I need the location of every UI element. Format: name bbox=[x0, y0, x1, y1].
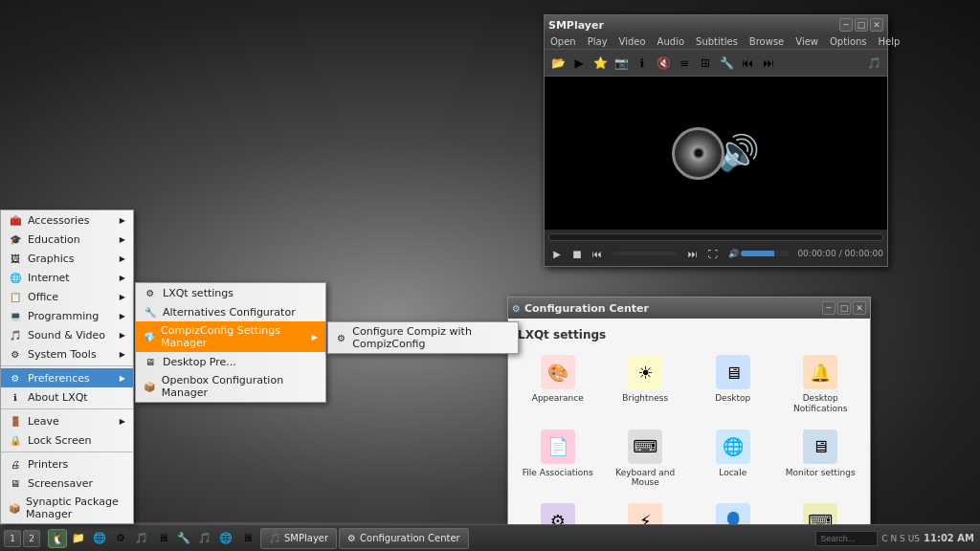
taskbar-menu-btn[interactable]: 🐧 bbox=[48, 529, 67, 548]
menu-item-education[interactable]: 🎓 Education ▶ bbox=[1, 230, 133, 249]
menu-item-system-tools[interactable]: ⚙ System Tools ▶ bbox=[1, 344, 133, 364]
graphics-label: Graphics bbox=[28, 253, 75, 265]
lxqt-settings-label: LXQt settings bbox=[163, 287, 234, 299]
prev-btn[interactable]: ⏮ bbox=[589, 245, 606, 262]
taskbar-browser-icon[interactable]: 🌐 bbox=[90, 529, 109, 548]
toolbar-play-icon[interactable]: ▶ bbox=[569, 54, 589, 73]
toolbar-settings-icon[interactable]: 🔧 bbox=[717, 54, 736, 73]
menu-item-graphics[interactable]: 🖼 Graphics ▶ bbox=[1, 249, 133, 268]
smplayer-close-btn[interactable]: ✕ bbox=[870, 18, 883, 32]
taskbar-terminal-icon[interactable]: 🖥 bbox=[153, 529, 172, 548]
menu-separator-3 bbox=[1, 452, 133, 452]
submenu-desktop-pre[interactable]: 🖥 Desktop Pre... bbox=[136, 352, 325, 371]
toolbar-prev-icon[interactable]: ⏮ bbox=[738, 54, 757, 73]
menu-item-synaptic[interactable]: 📦 Synaptic Package Manager bbox=[1, 493, 133, 523]
configure-compiz-label: Configure Compiz with CompizConfig bbox=[352, 325, 510, 350]
smplayer-maximize-btn[interactable]: □ bbox=[855, 18, 868, 32]
smplayer-menu-subtitles[interactable]: Subtitles bbox=[694, 35, 740, 48]
toolbar-more-icon[interactable]: 🎵 bbox=[864, 54, 883, 73]
notifications-label: Desktop Notifications bbox=[785, 393, 858, 414]
workspace-2-btn[interactable]: 2 bbox=[23, 530, 40, 547]
config-close-btn[interactable]: ✕ bbox=[853, 301, 866, 315]
app-menu: 🧰 Accessories ▶ 🎓 Education ▶ 🖼 Graphics… bbox=[0, 209, 134, 524]
config-item-brightness[interactable]: ☀ Brightness bbox=[606, 351, 686, 418]
stop-btn[interactable]: ■ bbox=[568, 245, 586, 262]
volume-slider[interactable] bbox=[741, 251, 789, 256]
submenu-alternatives[interactable]: 🔧 Alternatives Configurator bbox=[136, 302, 325, 321]
smplayer-controls: ▶ ■ ⏮ ⏭ ⛶ 🔊 00:00:00 / 00:00:00 bbox=[545, 230, 887, 266]
config-item-monitor[interactable]: 🖥 Monitor settings bbox=[781, 426, 861, 493]
menu-item-sound-video[interactable]: 🎵 Sound & Video ▶ bbox=[1, 325, 133, 344]
taskbar-music-icon[interactable]: 🎵 bbox=[195, 529, 214, 548]
about-icon: ℹ bbox=[9, 390, 22, 404]
config-item-notifications[interactable]: 🔔 Desktop Notifications bbox=[781, 351, 861, 418]
config-taskbar-label: Configuration Center bbox=[360, 533, 460, 543]
toolbar-grid-icon[interactable]: ⊞ bbox=[696, 54, 715, 73]
menu-item-internet[interactable]: 🌐 Internet ▶ bbox=[1, 268, 133, 287]
submenu-openbox-config[interactable]: 📦 Openbox Configuration Manager bbox=[136, 371, 325, 402]
leave-icon: 🚪 bbox=[9, 414, 22, 428]
taskbar: 1 2 🐧 📁 🌐 ⚙ 🎵 🖥 🔧 🎵 🌐 🖥 🎵 SMPlayer ⚙ Con… bbox=[0, 524, 980, 551]
monitor-icon: 🖥 bbox=[803, 430, 837, 464]
submenu-compiz[interactable]: 💎 CompizConfig Settings Manager ▶ ⚙ Conf… bbox=[136, 321, 325, 352]
smplayer-taskbar-btn[interactable]: 🎵 SMPlayer bbox=[260, 528, 337, 549]
smplayer-minimize-btn[interactable]: ─ bbox=[839, 18, 853, 32]
smplayer-menubar: Open Play Video Audio Subtitles Browse V… bbox=[545, 34, 887, 50]
play-btn[interactable]: ▶ bbox=[548, 245, 566, 262]
menu-item-screensaver[interactable]: 🖥 Screensaver bbox=[1, 474, 133, 493]
smplayer-menu-browse[interactable]: Browse bbox=[747, 35, 786, 48]
configure-compiz-item[interactable]: ⚙ Configure Compiz with CompizConfig bbox=[328, 322, 518, 353]
volume-icon[interactable]: 🔊 bbox=[728, 249, 739, 258]
toolbar-star-icon[interactable]: ⭐ bbox=[590, 54, 610, 73]
toolbar-camera-icon[interactable]: 📷 bbox=[612, 54, 631, 73]
taskbar-filemanager-icon[interactable]: 📁 bbox=[69, 529, 88, 548]
workspace-1-btn[interactable]: 1 bbox=[4, 530, 21, 547]
config-title: Configuration Center bbox=[524, 302, 649, 315]
fullscreen-btn[interactable]: ⛶ bbox=[704, 245, 722, 262]
toolbar-mute-icon[interactable]: 🔇 bbox=[654, 54, 673, 73]
smplayer-menu-view[interactable]: View bbox=[793, 35, 820, 48]
next-btn[interactable]: ⏭ bbox=[684, 245, 702, 262]
smplayer-titlebar[interactable]: SMPlayer ─ □ ✕ bbox=[545, 15, 887, 34]
config-item-fileassoc[interactable]: 📄 File Associations bbox=[518, 426, 598, 493]
alternatives-label: Alternatives Configurator bbox=[163, 306, 296, 319]
taskbar-audio-icon[interactable]: 🎵 bbox=[132, 529, 151, 548]
config-taskbar-btn[interactable]: ⚙ Configuration Center bbox=[339, 528, 469, 549]
smplayer-menu-options[interactable]: Options bbox=[828, 35, 869, 48]
menu-item-about[interactable]: ℹ About LXQt bbox=[1, 387, 133, 407]
toolbar-open-icon[interactable]: 📂 bbox=[548, 54, 568, 73]
smplayer-menu-open[interactable]: Open bbox=[548, 35, 578, 48]
taskbar-monitor-icon[interactable]: 🖥 bbox=[237, 529, 256, 548]
menu-item-leave[interactable]: 🚪 Leave ▶ bbox=[1, 411, 133, 430]
taskbar-network-icon[interactable]: 🌐 bbox=[216, 529, 235, 548]
menu-item-programming[interactable]: 💻 Programming ▶ bbox=[1, 306, 133, 325]
smplayer-menu-help[interactable]: Help bbox=[877, 35, 902, 48]
taskbar-search-input[interactable] bbox=[815, 531, 878, 546]
taskbar-tool-icon[interactable]: 🔧 bbox=[174, 529, 193, 548]
config-maximize-btn[interactable]: □ bbox=[837, 301, 851, 315]
config-titlebar[interactable]: ⚙ Configuration Center ─ □ ✕ bbox=[508, 298, 870, 319]
smplayer-menu-play[interactable]: Play bbox=[586, 35, 610, 48]
taskbar-left: 1 2 bbox=[0, 530, 44, 547]
seek-bar[interactable] bbox=[612, 252, 678, 255]
config-item-locale[interactable]: 🌐 Locale bbox=[693, 426, 773, 493]
menu-item-preferences[interactable]: ⚙ Preferences ▶ ⚙ LXQt settings 🔧 Altern… bbox=[1, 368, 133, 387]
submenu-lxqt-settings[interactable]: ⚙ LXQt settings bbox=[136, 283, 325, 302]
smplayer-video-area[interactable]: 🔊 bbox=[545, 77, 887, 230]
menu-item-lock-screen[interactable]: 🔒 Lock Screen bbox=[1, 430, 133, 450]
config-item-keyboard[interactable]: ⌨ Keyboard and Mouse bbox=[606, 426, 686, 493]
config-item-appearance[interactable]: 🎨 Appearance bbox=[518, 351, 598, 418]
smplayer-menu-video[interactable]: Video bbox=[617, 35, 648, 48]
smplayer-menu-audio[interactable]: Audio bbox=[656, 35, 686, 48]
toolbar-next-icon[interactable]: ⏭ bbox=[759, 54, 778, 73]
menu-item-printers[interactable]: 🖨 Printers bbox=[1, 454, 133, 474]
config-minimize-btn[interactable]: ─ bbox=[822, 301, 835, 315]
menu-item-accessories[interactable]: 🧰 Accessories ▶ bbox=[1, 210, 133, 230]
toolbar-list-icon[interactable]: ≡ bbox=[675, 54, 694, 73]
taskbar-settings-icon[interactable]: ⚙ bbox=[111, 529, 130, 548]
config-item-desktop[interactable]: 🖥 Desktop bbox=[693, 351, 773, 418]
progress-bar[interactable] bbox=[548, 233, 883, 241]
menu-item-office[interactable]: 📋 Office ▶ bbox=[1, 287, 133, 306]
leave-arrow: ▶ bbox=[120, 417, 125, 426]
toolbar-info-icon[interactable]: ℹ bbox=[633, 54, 652, 73]
